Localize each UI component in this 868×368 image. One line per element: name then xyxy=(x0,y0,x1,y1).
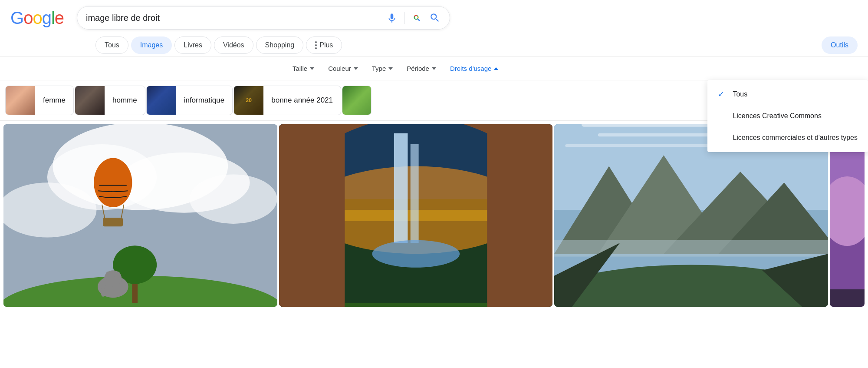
check-placeholder2: ✓ xyxy=(718,133,727,143)
more-dots-icon xyxy=(315,41,317,49)
image-waterfall-cave[interactable] xyxy=(279,124,553,307)
chevron-up-icon xyxy=(494,67,498,70)
logo-letter-g2: g xyxy=(42,8,51,27)
search-input[interactable] xyxy=(86,13,379,23)
search-button-icon[interactable] xyxy=(429,12,441,24)
tab-shopping[interactable]: Shopping xyxy=(256,36,304,54)
search-icons xyxy=(386,12,441,24)
svg-rect-11 xyxy=(3,303,277,307)
dropdown-creative-commons-label: Licences Creative Commons xyxy=(733,112,822,120)
image-waterfall-svg xyxy=(279,124,553,307)
tab-livres[interactable]: Livres xyxy=(174,36,211,54)
chip-femme-label: femme xyxy=(35,96,73,105)
header: Google xyxy=(0,0,868,34)
chevron-down-icon xyxy=(310,67,314,70)
tab-tous-label: Tous xyxy=(105,41,119,49)
filter-type[interactable]: Type xyxy=(366,61,399,76)
chip-bonne-annee-thumb: 20 xyxy=(234,86,263,115)
svg-rect-27 xyxy=(410,144,418,243)
logo-letter-l: l xyxy=(51,8,55,27)
svg-line-3 xyxy=(418,19,420,21)
chip-homme-label: homme xyxy=(105,96,145,105)
tab-shopping-label: Shopping xyxy=(265,41,295,49)
tab-images[interactable]: Images xyxy=(131,36,172,54)
tab-plus-label: Plus xyxy=(319,41,333,49)
microphone-icon[interactable] xyxy=(386,12,398,24)
chevron-down-icon xyxy=(354,67,358,70)
tab-videos-label: Vidéos xyxy=(223,41,244,49)
tab-videos[interactable]: Vidéos xyxy=(214,36,253,54)
tab-outils-label: Outils xyxy=(831,41,848,49)
filter-taille-label: Taille xyxy=(293,65,307,72)
logo-letter-o2: o xyxy=(33,8,42,27)
svg-point-20 xyxy=(105,272,112,280)
chip-informatique-label: informatique xyxy=(176,96,233,105)
chevron-down-icon xyxy=(432,67,436,70)
filter-periode[interactable]: Période xyxy=(401,61,442,76)
google-logo[interactable]: Google xyxy=(10,8,64,28)
filter-couleur-label: Couleur xyxy=(328,65,351,72)
logo-letter-e: e xyxy=(55,8,64,27)
tab-outils[interactable]: Outils xyxy=(822,36,858,54)
nav-tabs: Tous Images Livres Vidéos Shopping Plus … xyxy=(0,34,868,57)
tab-images-label: Images xyxy=(140,41,163,49)
filter-couleur[interactable]: Couleur xyxy=(322,61,364,76)
svg-rect-47 xyxy=(830,289,865,307)
dropdown-item-commerciales[interactable]: ✓ Licences commerciales et d'autres type… xyxy=(707,127,868,149)
chip-landscape-extra[interactable] xyxy=(342,86,372,115)
filter-bar: Taille Couleur Type Période Droits d'usa… xyxy=(0,57,868,80)
chip-femme[interactable]: femme xyxy=(5,86,74,115)
filter-periode-label: Période xyxy=(407,65,429,72)
image-balloon-svg xyxy=(3,124,277,307)
tab-plus[interactable]: Plus xyxy=(306,36,342,54)
check-placeholder: ✓ xyxy=(718,111,727,121)
svg-point-21 xyxy=(114,272,121,280)
filter-taille[interactable]: Taille xyxy=(286,61,320,76)
dropdown-tous-label: Tous xyxy=(733,90,747,98)
svg-point-14 xyxy=(94,158,132,208)
filter-droits-usage[interactable]: Droits d'usage xyxy=(444,61,504,76)
svg-rect-26 xyxy=(394,133,408,243)
svg-rect-29 xyxy=(345,303,487,307)
dropdown-commerciales-label: Licences commerciales et d'autres types xyxy=(733,134,858,142)
chip-bonne-annee[interactable]: 20 bonne année 2021 xyxy=(233,86,341,115)
chip-homme[interactable]: homme xyxy=(75,86,145,115)
chip-homme-thumb xyxy=(75,86,105,115)
logo-letter-g: G xyxy=(10,8,23,27)
chevron-down-icon xyxy=(388,67,393,70)
image-col-1 xyxy=(3,124,277,307)
filter-droits-label: Droits d'usage xyxy=(450,65,491,72)
svg-point-9 xyxy=(190,174,277,224)
droits-dropdown: ✓ Tous ✓ Licences Creative Commons ✓ Lic… xyxy=(707,80,868,152)
tab-livres-label: Livres xyxy=(184,41,202,49)
filter-type-label: Type xyxy=(372,65,386,72)
check-icon: ✓ xyxy=(718,90,727,99)
chip-femme-thumb xyxy=(6,86,35,115)
dropdown-item-creative-commons[interactable]: ✓ Licences Creative Commons xyxy=(707,105,868,127)
chip-landscape-thumb xyxy=(342,86,372,115)
tab-tous[interactable]: Tous xyxy=(95,36,128,54)
search-separator xyxy=(404,12,404,24)
svg-rect-17 xyxy=(103,218,123,226)
image-col-2 xyxy=(279,124,553,307)
chip-info-thumb xyxy=(147,86,176,115)
chip-bonne-annee-label: bonne année 2021 xyxy=(263,96,341,105)
svg-point-46 xyxy=(830,176,865,246)
svg-point-28 xyxy=(372,240,460,268)
dropdown-item-tous[interactable]: ✓ Tous xyxy=(707,83,868,105)
chip-informatique[interactable]: informatique xyxy=(146,86,233,115)
image-balloon-elephant[interactable] xyxy=(3,124,277,307)
search-bar[interactable] xyxy=(77,6,450,30)
lens-icon[interactable] xyxy=(411,12,423,24)
svg-rect-39 xyxy=(554,240,828,257)
logo-letter-o1: o xyxy=(23,8,33,27)
